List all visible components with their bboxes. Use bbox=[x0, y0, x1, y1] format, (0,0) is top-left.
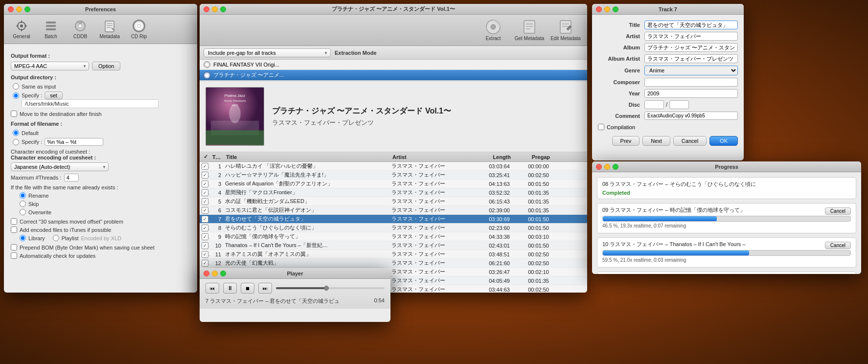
track-checkbox-9[interactable] bbox=[202, 242, 208, 249]
close-button-progress[interactable] bbox=[596, 164, 602, 170]
correct-30-checkbox[interactable] bbox=[11, 218, 17, 225]
prev-track-button[interactable]: ⏮ bbox=[206, 283, 219, 294]
rename-radio[interactable] bbox=[20, 192, 26, 199]
ok-button[interactable]: OK bbox=[709, 136, 738, 146]
track-checkbox-1[interactable] bbox=[202, 172, 208, 179]
toolbar-general-btn[interactable]: General bbox=[8, 17, 35, 42]
compilation-checkbox[interactable] bbox=[598, 124, 604, 130]
traffic-lights-main[interactable] bbox=[204, 6, 226, 12]
playlist-radio[interactable] bbox=[53, 235, 59, 241]
move-checkbox[interactable] bbox=[11, 111, 17, 117]
traffic-lights-track7[interactable] bbox=[596, 6, 618, 12]
bom-checkbox[interactable] bbox=[11, 244, 17, 250]
close-button-track7[interactable] bbox=[596, 6, 602, 12]
stop-button[interactable]: ⏹ bbox=[241, 283, 254, 294]
minimize-button-player[interactable] bbox=[212, 271, 218, 276]
minimize-button-progress[interactable] bbox=[604, 164, 610, 170]
comment-field-input[interactable] bbox=[644, 112, 738, 120]
track-checkbox-7[interactable] bbox=[202, 225, 208, 231]
track-row[interactable]: 5 水の証「機動戦士ガンダムSEED」 ラスマス・フェイバー 06:15:43 … bbox=[200, 197, 587, 206]
next-button[interactable]: Next bbox=[642, 136, 670, 146]
album-list-item-1[interactable]: プラチナ・ジャズ 〜アニメ... bbox=[200, 70, 587, 81]
output-format-select[interactable]: MPEG-4 AAC bbox=[11, 62, 89, 70]
disc-total-input[interactable] bbox=[669, 100, 689, 109]
track-checkbox-6[interactable] bbox=[202, 216, 208, 223]
edit-metadata-btn[interactable]: Edit Metadata bbox=[549, 17, 582, 44]
maximize-button-player[interactable] bbox=[220, 271, 226, 276]
play-pause-button[interactable]: ⏸ bbox=[223, 283, 237, 294]
maximize-button-prefs[interactable] bbox=[24, 6, 30, 12]
track-row[interactable]: 2 ハッピー☆マテリアル「魔法先生ネギま!」 ラスマス・フェイバー 03:25:… bbox=[200, 171, 587, 180]
add-itunes-checkbox[interactable] bbox=[11, 227, 17, 233]
close-button-main[interactable] bbox=[204, 6, 209, 12]
encoding-select[interactable]: Japanese (Auto-detect) bbox=[11, 162, 109, 171]
set-button[interactable]: set bbox=[45, 91, 63, 99]
toolbar-cdrip-btn[interactable]: CD Rip bbox=[125, 17, 153, 42]
track-row[interactable]: 8 そらのむこう「ひぐらしのなく頃に」 ラスマス・フェイバー 02:23:60 … bbox=[200, 224, 587, 232]
minimize-button-prefs[interactable] bbox=[16, 6, 22, 12]
mode-select[interactable]: Include pre-gap for all tracks bbox=[204, 48, 331, 57]
year-field-input[interactable] bbox=[644, 89, 738, 98]
encoding-select-wrapper[interactable]: Japanese (Auto-detect) bbox=[11, 162, 109, 171]
track-row[interactable]: 3 Genesis of Aquarion「創聖のアクエリオン」 ラスマス・フェ… bbox=[200, 180, 587, 188]
track-checkbox-2[interactable] bbox=[202, 181, 208, 187]
maximize-button-progress[interactable] bbox=[613, 164, 618, 170]
prev-button[interactable]: Prev bbox=[612, 136, 640, 146]
maximize-button-main[interactable] bbox=[220, 6, 226, 12]
output-format-select-wrapper[interactable]: MPEG-4 AAC bbox=[11, 62, 89, 70]
traffic-lights-progress[interactable] bbox=[596, 164, 618, 170]
progress-cancel-btn-09[interactable]: Cancel bbox=[825, 207, 851, 215]
library-radio[interactable] bbox=[20, 235, 26, 241]
close-button-prefs[interactable] bbox=[8, 6, 14, 12]
toolbar-batch-btn[interactable]: Batch bbox=[37, 17, 65, 42]
specify-radio[interactable] bbox=[13, 92, 19, 99]
maximize-button-track7[interactable] bbox=[613, 6, 618, 12]
cancel-button[interactable]: Cancel bbox=[673, 136, 707, 146]
minimize-button-track7[interactable] bbox=[604, 6, 610, 12]
extract-btn[interactable]: Extract bbox=[477, 17, 510, 44]
track-checkbox-4[interactable] bbox=[202, 198, 208, 205]
genre-select[interactable]: Anime bbox=[644, 66, 738, 75]
overwrite-radio[interactable] bbox=[20, 209, 26, 215]
track-row[interactable]: 10 Thanatos – If I Can't Be Yours –「新世紀…… bbox=[200, 241, 587, 250]
track-row[interactable]: 11 オネアミスの翼「オネアミスの翼」 ラスマス・フェイバー 03:48:51 … bbox=[200, 250, 587, 259]
track-checkbox-0[interactable] bbox=[202, 163, 208, 170]
toolbar-cddb-btn[interactable]: DB CDDB bbox=[67, 17, 94, 42]
album-artist-field-input[interactable] bbox=[644, 54, 738, 63]
same-as-input-radio[interactable] bbox=[13, 83, 19, 90]
option-button[interactable]: Option bbox=[92, 62, 120, 70]
track-checkbox-5[interactable] bbox=[202, 207, 208, 214]
composer-field-input[interactable] bbox=[644, 78, 738, 87]
album-list-item-0[interactable]: FINAL FANTASY VII Origi... bbox=[200, 60, 587, 70]
traffic-lights-player[interactable] bbox=[204, 271, 226, 276]
auto-check-checkbox[interactable] bbox=[11, 252, 17, 259]
toolbar-metadata-btn[interactable]: Metadata bbox=[96, 17, 123, 42]
next-track-button[interactable]: ⏭ bbox=[258, 283, 272, 294]
track-checkbox-3[interactable] bbox=[202, 189, 208, 196]
track-row[interactable]: 9 時の記憶「僕の地球を守って」 ラスマス・フェイバー 04:33:38 00:… bbox=[200, 232, 587, 241]
track-checkbox-11[interactable] bbox=[202, 260, 208, 267]
title-field-input[interactable] bbox=[644, 21, 738, 29]
get-metadata-btn[interactable]: Get Metadata bbox=[513, 17, 546, 44]
skip-radio[interactable] bbox=[20, 201, 26, 207]
traffic-lights-prefs[interactable] bbox=[8, 6, 30, 12]
track-row[interactable]: 4 星間飛行「マクロスFrontier」 ラスマス・フェイバー 03:52:32… bbox=[200, 188, 587, 197]
progress-cancel-btn-10[interactable]: Cancel bbox=[825, 242, 851, 249]
album-field-input[interactable] bbox=[644, 43, 738, 52]
track-row[interactable]: 12 光の天使「幻魔大戦」 ラスマス・フェイバー 06:21:60 00:02:… bbox=[200, 259, 587, 268]
default-radio[interactable] bbox=[13, 130, 19, 136]
genre-select-wrapper[interactable]: Anime bbox=[644, 66, 738, 75]
minimize-button-main[interactable] bbox=[212, 6, 218, 12]
track-row[interactable]: 6 コスモスに君と「伝説巨神イデオン」 ラスマス・フェイバー 02:39:00 … bbox=[200, 206, 587, 215]
track-checkbox-8[interactable] bbox=[202, 233, 208, 240]
track-row[interactable]: 7 君をのせて「天空の城ラピュタ」 ラスマス・フェイバー 03:30:69 00… bbox=[200, 215, 587, 224]
format-input[interactable] bbox=[45, 138, 103, 146]
track-checkbox-10[interactable] bbox=[202, 251, 208, 258]
close-button-player[interactable] bbox=[204, 271, 209, 276]
track-row[interactable]: 1 ハレ晴レユカイ 「涼宮ハルヒの憂鬱」 ラスマス・フェイバー 03:03:64… bbox=[200, 162, 587, 171]
specify-format-radio[interactable] bbox=[13, 139, 19, 145]
mode-select-wrapper[interactable]: Include pre-gap for all tracks bbox=[204, 48, 331, 57]
disc-value-input[interactable] bbox=[644, 100, 664, 109]
player-progress-slider[interactable] bbox=[276, 287, 385, 289]
max-threads-input[interactable] bbox=[64, 174, 79, 182]
